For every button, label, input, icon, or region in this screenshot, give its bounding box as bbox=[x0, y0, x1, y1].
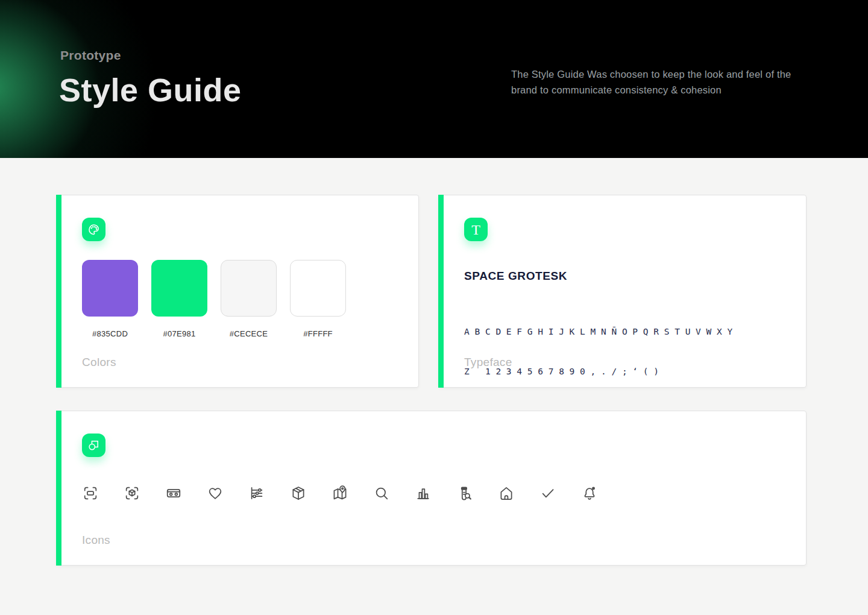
sliders-icon bbox=[248, 485, 265, 502]
swatch-item: #CECECE bbox=[221, 260, 277, 338]
header-description: The Style Guide Was choosen to keep the … bbox=[511, 66, 799, 98]
receipt-search-icon bbox=[456, 485, 473, 502]
heart-icon bbox=[207, 485, 224, 502]
palette-icon bbox=[82, 218, 105, 241]
bell-notification-icon bbox=[581, 485, 598, 502]
search-icon bbox=[373, 485, 390, 502]
font-specimen: A B C D E F G H I J K L M N Ñ O P Q R S … bbox=[464, 298, 806, 405]
icons-card: Icons bbox=[56, 411, 807, 566]
check-icon bbox=[539, 485, 556, 502]
color-swatch bbox=[221, 260, 277, 317]
colors-card-label: Colors bbox=[82, 356, 116, 369]
map-pin-icon bbox=[332, 485, 348, 502]
specimen-line: A B C D E F G H I J K L M N Ñ O P Q R S … bbox=[464, 325, 806, 338]
page-title: Style Guide bbox=[59, 71, 242, 109]
scan-cube-icon bbox=[124, 485, 140, 502]
swatch-row: #835CDD#07E981#CECECE#FFFFF bbox=[82, 260, 418, 338]
bar-chart-icon bbox=[415, 485, 432, 502]
shapes-icon bbox=[82, 434, 105, 457]
eyebrow-label: Prototype bbox=[60, 48, 121, 63]
swatch-hex-label: #CECECE bbox=[230, 329, 268, 338]
vr-headset-icon bbox=[165, 485, 182, 502]
swatch-hex-label: #07E981 bbox=[163, 329, 195, 338]
swatch-hex-label: #FFFFF bbox=[303, 329, 333, 338]
page-header: Prototype Style Guide The Style Guide Wa… bbox=[0, 0, 868, 158]
typeface-badge-letter: T bbox=[471, 222, 480, 237]
colors-card: #835CDD#07E981#CECECE#FFFFF Colors bbox=[56, 195, 419, 388]
typeface-card: T SPACE GROTESK A B C D E F G H I J K L … bbox=[438, 195, 807, 388]
swatch-hex-label: #835CDD bbox=[92, 329, 128, 338]
color-swatch bbox=[151, 260, 207, 317]
swatch-item: #835CDD bbox=[82, 260, 138, 338]
font-family-name: SPACE GROTESK bbox=[464, 270, 806, 283]
color-swatch bbox=[290, 260, 346, 317]
color-swatch bbox=[82, 260, 138, 317]
icons-card-label: Icons bbox=[82, 534, 110, 547]
icon-row bbox=[82, 485, 806, 502]
package-icon bbox=[290, 485, 307, 502]
swatch-item: #FFFFF bbox=[290, 260, 346, 338]
specimen-line: Z 1 2 3 4 5 6 7 8 9 0 , . / ; ‘ ( ) bbox=[464, 365, 806, 378]
typeface-card-label: Typeface bbox=[464, 356, 512, 369]
scan-frame-icon bbox=[82, 485, 99, 502]
typeface-icon: T bbox=[464, 218, 488, 241]
swatch-item: #07E981 bbox=[151, 260, 207, 338]
home-icon bbox=[498, 485, 515, 502]
